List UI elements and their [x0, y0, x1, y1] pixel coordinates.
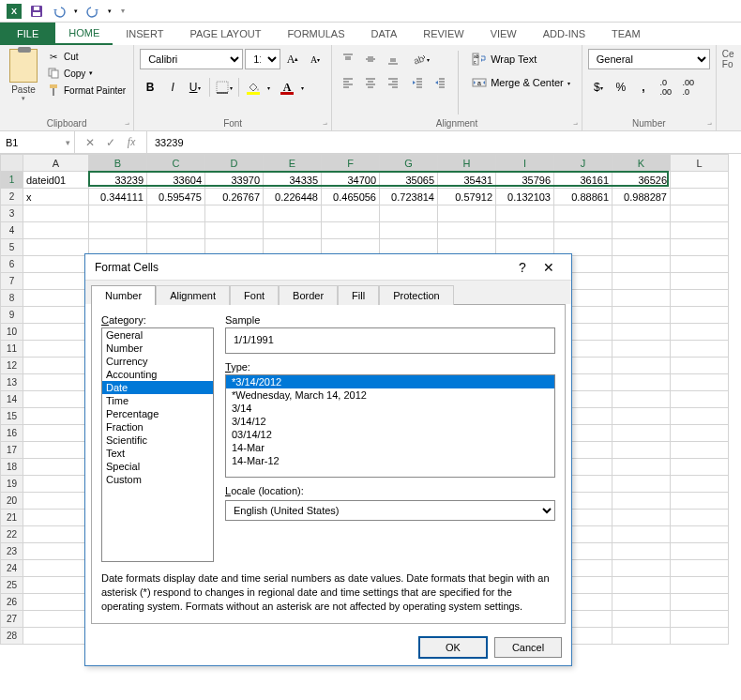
- cell-D4[interactable]: [205, 222, 264, 239]
- row-header-1[interactable]: 1: [1, 172, 23, 189]
- redo-button[interactable]: [83, 2, 103, 21]
- cell-C4[interactable]: [147, 222, 205, 239]
- cell-A20[interactable]: [23, 493, 89, 510]
- cell-A19[interactable]: [23, 476, 89, 493]
- type-item[interactable]: 3/14: [226, 402, 554, 415]
- cell-A13[interactable]: [23, 374, 89, 391]
- underline-button[interactable]: U▾: [185, 77, 205, 98]
- cell-H4[interactable]: [438, 222, 496, 239]
- cell-K9[interactable]: [612, 307, 671, 324]
- enter-formula-button[interactable]: ✓: [101, 133, 120, 152]
- cell-A23[interactable]: [23, 543, 89, 560]
- cell-A10[interactable]: [23, 324, 89, 341]
- merge-center-button[interactable]: a Merge & Center ▾: [466, 72, 576, 93]
- category-item-custom[interactable]: Custom: [102, 473, 213, 486]
- cell-A9[interactable]: [23, 307, 89, 324]
- cell-B2[interactable]: 0.344111: [89, 189, 147, 205]
- type-list[interactable]: *3/14/2012*Wednesday, March 14, 20123/14…: [225, 374, 555, 478]
- row-header-4[interactable]: 4: [1, 222, 23, 239]
- decrease-indent-button[interactable]: [407, 72, 428, 93]
- row-header-25[interactable]: 25: [1, 577, 23, 594]
- cell-K12[interactable]: [612, 358, 671, 374]
- increase-font-button[interactable]: A▴: [282, 49, 303, 69]
- cell-A8[interactable]: [23, 290, 89, 307]
- cell-G2[interactable]: 0.723814: [380, 189, 438, 205]
- tab-view[interactable]: VIEW: [477, 23, 530, 45]
- cell-L19[interactable]: [671, 476, 729, 493]
- row-header-7[interactable]: 7: [1, 273, 23, 290]
- cell-K27[interactable]: [612, 611, 671, 628]
- cell-A22[interactable]: [23, 526, 89, 543]
- undo-button[interactable]: [49, 2, 69, 21]
- tab-file[interactable]: FILE: [0, 23, 55, 45]
- tab-review[interactable]: REVIEW: [410, 23, 476, 45]
- row-header-10[interactable]: 10: [1, 324, 23, 341]
- col-header-G[interactable]: G: [380, 155, 438, 172]
- cell-A6[interactable]: [23, 256, 89, 273]
- category-item-percentage[interactable]: Percentage: [102, 407, 213, 420]
- col-header-B[interactable]: B: [89, 155, 147, 172]
- type-item[interactable]: 14-Mar-12: [226, 454, 554, 467]
- type-item[interactable]: 03/14/12: [226, 428, 554, 441]
- category-item-scientific[interactable]: Scientific: [102, 434, 213, 447]
- cell-C2[interactable]: 0.595475: [147, 189, 205, 205]
- cell-A21[interactable]: [23, 510, 89, 526]
- cell-K15[interactable]: [612, 408, 671, 425]
- cell-I3[interactable]: [496, 205, 554, 222]
- col-header-F[interactable]: F: [322, 155, 380, 172]
- cell-A24[interactable]: [23, 560, 89, 577]
- cell-L18[interactable]: [671, 459, 729, 476]
- tab-home[interactable]: HOME: [55, 23, 113, 45]
- redo-dropdown[interactable]: ▾: [105, 2, 114, 21]
- cell-H1[interactable]: 35431: [438, 172, 496, 189]
- dialog-close-button[interactable]: ✕: [536, 256, 562, 279]
- cell-F3[interactable]: [322, 205, 380, 222]
- cell-K7[interactable]: [612, 273, 671, 290]
- cell-K13[interactable]: [612, 374, 671, 391]
- cell-A5[interactable]: [23, 239, 89, 256]
- tab-team[interactable]: TEAM: [598, 23, 654, 45]
- cell-K5[interactable]: [612, 239, 671, 256]
- italic-button[interactable]: I: [162, 77, 183, 98]
- align-middle-button[interactable]: [360, 49, 381, 69]
- row-header-8[interactable]: 8: [1, 290, 23, 307]
- cell-A7[interactable]: [23, 273, 89, 290]
- cell-J3[interactable]: [554, 205, 612, 222]
- cell-L4[interactable]: [671, 222, 729, 239]
- cell-E2[interactable]: 0.226448: [264, 189, 322, 205]
- cell-A16[interactable]: [23, 425, 89, 442]
- col-header-E[interactable]: E: [264, 155, 322, 172]
- cell-K25[interactable]: [612, 577, 671, 594]
- locale-select[interactable]: English (United States): [225, 500, 555, 521]
- wrap-text-button[interactable]: abc Wrap Text: [466, 49, 576, 69]
- qat-customize[interactable]: ▾: [116, 2, 129, 21]
- orientation-button[interactable]: ab ▾: [407, 49, 433, 69]
- row-header-27[interactable]: 27: [1, 611, 23, 628]
- cell-L21[interactable]: [671, 510, 729, 526]
- paste-button[interactable]: Paste ▾: [6, 49, 41, 116]
- tab-addins[interactable]: ADD-INS: [530, 23, 598, 45]
- cell-K4[interactable]: [612, 222, 671, 239]
- cell-L24[interactable]: [671, 560, 729, 577]
- borders-button[interactable]: ▾: [214, 77, 234, 98]
- insert-function-button[interactable]: fx: [122, 133, 141, 152]
- cell-L15[interactable]: [671, 408, 729, 425]
- cell-A3[interactable]: [23, 205, 89, 222]
- row-header-15[interactable]: 15: [1, 408, 23, 425]
- cell-A28[interactable]: [23, 628, 89, 645]
- col-header-A[interactable]: A: [23, 155, 89, 172]
- col-header-J[interactable]: J: [554, 155, 612, 172]
- cell-K1[interactable]: 36526: [612, 172, 671, 189]
- dialog-tab-alignment[interactable]: Alignment: [156, 285, 230, 305]
- cell-L27[interactable]: [671, 611, 729, 628]
- row-header-22[interactable]: 22: [1, 526, 23, 543]
- cell-A27[interactable]: [23, 611, 89, 628]
- cancel-button[interactable]: Cancel: [494, 637, 562, 658]
- cell-G3[interactable]: [380, 205, 438, 222]
- cell-I2[interactable]: 0.132103: [496, 189, 554, 205]
- col-header-H[interactable]: H: [438, 155, 496, 172]
- row-header-26[interactable]: 26: [1, 594, 23, 611]
- cell-J4[interactable]: [554, 222, 612, 239]
- cell-F2[interactable]: 0.465056: [322, 189, 380, 205]
- fill-color-button[interactable]: ▾: [243, 77, 264, 98]
